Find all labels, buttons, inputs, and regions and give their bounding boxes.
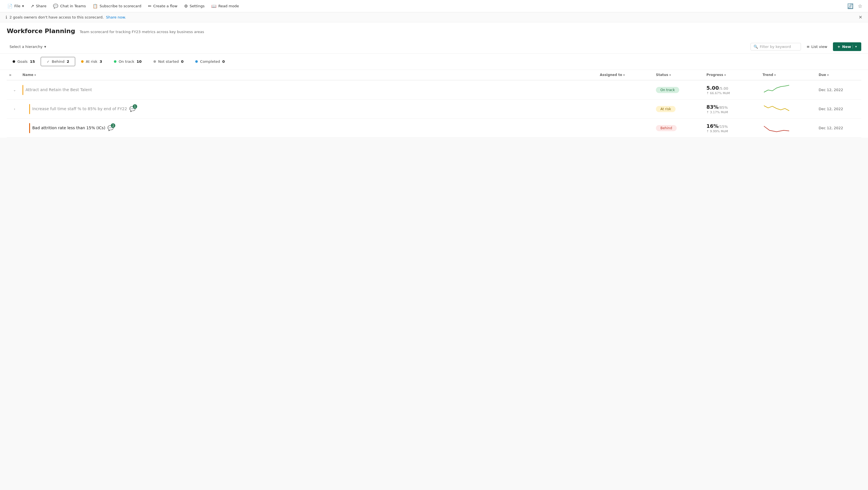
- hierarchy-chevron: ▾: [44, 44, 46, 49]
- search-icon: 🔍: [753, 44, 758, 49]
- completed-label: Completed: [200, 59, 220, 64]
- status-bar-parent1: [23, 85, 23, 95]
- status-badge-child2: Behind: [656, 125, 677, 131]
- tab-behind[interactable]: ✓ Behind 2: [41, 57, 75, 66]
- nav-subscribe[interactable]: 📋 Subscribe to scorecard: [90, 2, 144, 10]
- expand-button-child1[interactable]: ›: [13, 106, 17, 112]
- progress-sort-icon: ▾: [724, 73, 726, 76]
- col-progress[interactable]: Progress ▾: [704, 73, 760, 77]
- progress-col-child1: 83%/85% ↑ 3.17% MoM: [704, 104, 760, 114]
- progress-mom-child2: ↑ 9.99% MoM: [706, 130, 758, 133]
- due-date-child1: Dec 12, 2022: [818, 107, 843, 111]
- page-header: Workforce Planning Team scorecard for tr…: [0, 23, 868, 40]
- due-date-child2: Dec 12, 2022: [818, 126, 843, 130]
- star-icon[interactable]: ☆: [857, 2, 864, 10]
- list-view-button[interactable]: ≡ List view: [804, 43, 830, 51]
- atrisk-count: 3: [100, 59, 102, 64]
- notstarted-label: Not started: [158, 59, 179, 64]
- goal-name-child1[interactable]: Increase full time staff % to 85% by end…: [32, 106, 127, 112]
- status-col-child2: Behind: [654, 125, 704, 131]
- name-col-child2: Bad attrition rate less than 15% (ICs) 💬…: [20, 123, 597, 133]
- new-plus-icon: +: [837, 44, 840, 49]
- filter-placeholder: Filter by keyword: [760, 44, 791, 49]
- goals-label: Goals: [18, 59, 28, 64]
- notification-close[interactable]: ✕: [859, 14, 862, 20]
- nav-settings[interactable]: ⚙️ Settings: [181, 2, 207, 10]
- progress-main-child1: 83%: [706, 104, 718, 110]
- status-bar-child1: [29, 104, 30, 114]
- comment-icon-wrap-child1[interactable]: 💬 1: [129, 106, 135, 112]
- col-assigned-to[interactable]: Assigned to ▾: [597, 73, 654, 77]
- collapse-button-parent1[interactable]: ⌄: [12, 87, 17, 93]
- progress-main-child2: 16%: [706, 123, 718, 129]
- new-button[interactable]: + New ▾: [833, 42, 861, 51]
- trend-chart-child2: [763, 122, 790, 133]
- tab-on-track[interactable]: On track 10: [108, 57, 148, 66]
- assigned-sort-icon: ▾: [623, 73, 625, 76]
- comment-icon-wrap-child2[interactable]: 💬 2: [107, 125, 114, 131]
- filter-box[interactable]: 🔍 Filter by keyword: [750, 43, 801, 51]
- col-status-label: Status: [656, 73, 668, 77]
- notstarted-dot: [153, 60, 156, 63]
- table-row: › Increase full time staff % to 85% by e…: [7, 99, 861, 119]
- comment-count-child1: 1: [133, 104, 137, 109]
- file-icon: 📄: [7, 4, 12, 9]
- due-col-child1: Dec 12, 2022: [816, 107, 861, 111]
- col-name[interactable]: Name ▾: [20, 73, 597, 77]
- col-due-label: Due: [818, 73, 826, 77]
- nav-right-icons: 🔄 ☆: [846, 2, 864, 10]
- goals-table: » Name ▾ Assigned to ▾ Status ▾ Progress…: [0, 70, 868, 138]
- page-title: Workforce Planning: [7, 28, 75, 34]
- col-trend[interactable]: Trend ▾: [760, 73, 816, 77]
- trend-col-child1: [760, 103, 816, 115]
- refresh-icon[interactable]: 🔄: [846, 2, 855, 10]
- goals-count: 15: [30, 59, 35, 64]
- status-col-child1: At risk: [654, 106, 704, 112]
- readmode-icon: 📖: [211, 4, 217, 9]
- progress-target-child1: /85%: [718, 105, 728, 109]
- col-due[interactable]: Due ▾: [816, 73, 861, 77]
- name-sort-icon: ▾: [34, 73, 36, 76]
- expand-all-icon[interactable]: »: [9, 73, 11, 77]
- atrisk-dot: [81, 60, 84, 63]
- status-badge-parent1: On track: [656, 87, 679, 93]
- toolbar-right: 🔍 Filter by keyword ≡ List view + New ▾: [750, 42, 861, 51]
- tab-goals[interactable]: Goals 15: [7, 57, 41, 66]
- status-bar-child2: [29, 123, 30, 133]
- flow-icon: ✏️: [148, 4, 152, 9]
- notstarted-count: 0: [181, 59, 184, 64]
- nav-file[interactable]: 📄 File ▾: [4, 2, 27, 10]
- tab-completed[interactable]: Completed 0: [189, 57, 230, 66]
- goal-name-child2[interactable]: Bad attrition rate less than 15% (ICs): [32, 125, 105, 131]
- nav-chat-in-teams[interactable]: 💬 Chat in Teams: [50, 2, 89, 10]
- status-tabs: Goals 15 ✓ Behind 2 At risk 3 On track 1…: [0, 54, 868, 70]
- tab-not-started[interactable]: Not started 0: [148, 57, 189, 66]
- name-col-child1: Increase full time staff % to 85% by end…: [20, 104, 597, 114]
- name-col-parent1: Attract and Retain the Best Talent: [20, 85, 597, 95]
- trend-chart-parent1: [763, 84, 790, 95]
- behind-count: 2: [67, 59, 69, 64]
- status-badge-child1: At risk: [656, 106, 676, 112]
- new-chevron: ▾: [852, 45, 857, 48]
- progress-main-parent1: 5.00: [706, 85, 719, 91]
- page-subtitle: Team scorecard for tracking FY23 metrics…: [80, 30, 204, 34]
- ontrack-dot: [114, 60, 117, 63]
- nav-share[interactable]: ↗ Share: [28, 2, 49, 10]
- progress-col-child2: 16%/15% ↑ 9.99% MoM: [704, 123, 760, 133]
- table-row: ⌄ Attract and Retain the Best Talent On …: [7, 80, 861, 99]
- comment-count-child2: 2: [111, 123, 115, 128]
- hierarchy-label: Select a hierarchy: [9, 44, 43, 49]
- share-now-link[interactable]: Share now.: [106, 15, 126, 19]
- due-col-parent1: Dec 12, 2022: [816, 88, 861, 92]
- goal-name-parent1[interactable]: Attract and Retain the Best Talent: [26, 87, 92, 93]
- completed-dot: [195, 60, 198, 63]
- nav-create-flow[interactable]: ✏️ Create a flow: [145, 2, 180, 10]
- status-sort-icon: ▾: [670, 73, 671, 76]
- col-name-label: Name: [23, 73, 33, 77]
- hierarchy-select[interactable]: Select a hierarchy ▾: [7, 43, 49, 51]
- nav-read-mode[interactable]: 📖 Read mode: [209, 2, 242, 10]
- top-nav: 📄 File ▾ ↗ Share 💬 Chat in Teams 📋 Subsc…: [0, 0, 868, 12]
- ontrack-count: 10: [136, 59, 142, 64]
- tab-at-risk[interactable]: At risk 3: [75, 57, 108, 66]
- col-status[interactable]: Status ▾: [654, 73, 704, 77]
